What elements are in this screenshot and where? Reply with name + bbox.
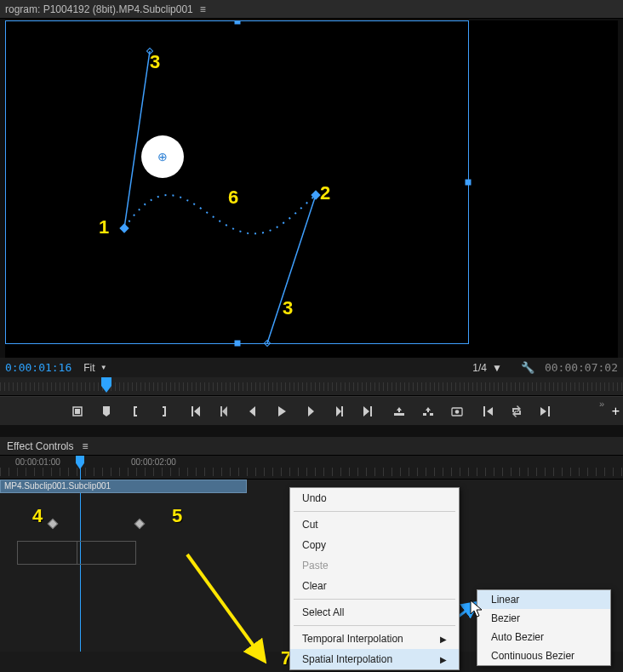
zoom-dropdown[interactable]: Fit ▼ <box>83 362 106 374</box>
resolution-label: 1/4 <box>472 362 487 374</box>
transform-handle-right[interactable] <box>466 180 472 186</box>
go-to-in-icon[interactable] <box>186 403 203 420</box>
lift-icon[interactable] <box>391 403 408 420</box>
chevron-down-icon: ▼ <box>100 364 107 371</box>
anchor-point-icon: ⊕ <box>157 150 168 164</box>
step-forward-icon[interactable] <box>331 403 348 420</box>
extract-icon[interactable] <box>420 403 437 420</box>
menu-separator <box>294 511 455 512</box>
spatial-interpolation-submenu[interactable]: Linear Bezier Auto Bezier Continuous Bez… <box>477 589 611 666</box>
go-next-edit-icon[interactable] <box>537 403 554 420</box>
panel-menu-icon[interactable]: ≡ <box>82 440 88 452</box>
frame-forward-icon[interactable] <box>302 403 319 420</box>
ruler-label-1: 00:00:01:00 <box>15 457 60 467</box>
svg-rect-3 <box>75 409 80 414</box>
submenu-arrow-icon: ▶ <box>440 655 447 664</box>
menu-undo[interactable]: Undo <box>290 488 459 508</box>
menu-separator <box>294 599 455 600</box>
mark-out-bracket-icon[interactable] <box>156 403 173 420</box>
chevron-down-icon: ▼ <box>492 362 502 374</box>
submenu-bezier[interactable]: Bezier <box>477 609 610 628</box>
value-graph <box>17 541 136 565</box>
submenu-arrow-icon: ▶ <box>440 635 447 644</box>
program-viewport[interactable]: ⊕ 1 2 3 3 6 <box>5 20 618 358</box>
resolution-dropdown[interactable]: 1/4 ▼ <box>472 362 502 374</box>
ruler-label-2: 00:00:02:00 <box>131 457 176 467</box>
ec-keyframe-5[interactable] <box>134 519 146 530</box>
menu-temporal-interpolation[interactable]: Temporal Interpolation▶ <box>290 629 459 649</box>
go-to-out-icon[interactable] <box>360 403 377 420</box>
current-timecode[interactable]: 0:00:01:16 <box>5 361 71 374</box>
menu-cut[interactable]: Cut <box>290 514 459 535</box>
submenu-continuous-bezier[interactable]: Continuous Bezier <box>477 646 610 665</box>
duration-timecode: 00:00:07:02 <box>545 361 618 374</box>
transform-handle-top[interactable] <box>234 20 240 25</box>
clip-name-label: MP4.Subclip001.Subclip001 <box>4 481 111 491</box>
submenu-auto-bezier[interactable]: Auto Bezier <box>477 628 610 646</box>
timecode-row: 0:00:01:16 Fit ▼ 1/4 ▼ 🔧 00:00:07:02 <box>0 358 623 377</box>
menu-separator <box>294 625 455 626</box>
effect-controls-tab[interactable]: Effect Controls ≡ <box>0 437 623 456</box>
panel-menu-icon[interactable]: ≡ <box>200 3 206 15</box>
transform-handle-bottom[interactable] <box>234 341 240 347</box>
go-prev-edit-icon[interactable] <box>479 403 496 420</box>
program-panel-title: rogram: P1004192 (8bit).MP4.Subclip001 <box>5 3 193 15</box>
transport-bar: » + <box>0 396 623 425</box>
overflow-icon[interactable]: » <box>599 399 604 409</box>
svg-point-5 <box>455 410 460 414</box>
context-menu[interactable]: Undo Cut Copy Paste Clear Select All Tem… <box>289 487 460 670</box>
ec-keyframe-4[interactable] <box>48 519 59 530</box>
add-marker-icon[interactable] <box>98 403 115 420</box>
play-icon[interactable] <box>273 403 290 420</box>
settings-wrench-icon[interactable]: 🔧 <box>521 361 534 374</box>
menu-copy[interactable]: Copy <box>290 535 459 555</box>
annotation-5: 5 <box>172 505 182 527</box>
annotation-4: 4 <box>32 505 43 527</box>
clip-object-circle[interactable]: ⊕ <box>141 135 184 178</box>
menu-spatial-interpolation[interactable]: Spatial Interpolation▶ <box>290 649 459 669</box>
frame-back-icon[interactable] <box>244 403 261 420</box>
step-back-icon[interactable] <box>215 403 232 420</box>
loop-icon[interactable] <box>508 403 525 420</box>
submenu-linear[interactable]: Linear <box>477 590 610 609</box>
program-viewport-wrap: ⊕ 1 2 3 3 6 <box>0 19 623 358</box>
menu-clear[interactable]: Clear <box>290 576 459 596</box>
program-ruler[interactable] <box>0 377 623 396</box>
program-panel-title-bar: rogram: P1004192 (8bit).MP4.Subclip001 ≡ <box>0 0 623 19</box>
menu-select-all[interactable]: Select All <box>290 602 459 623</box>
mark-in-bracket-icon[interactable] <box>127 403 144 420</box>
zoom-label: Fit <box>83 362 94 374</box>
mark-in-icon[interactable] <box>69 403 86 420</box>
effect-controls-label: Effect Controls <box>7 440 73 452</box>
transform-bounding-box[interactable] <box>5 20 469 344</box>
export-frame-icon[interactable] <box>449 403 466 420</box>
clip-header-bar[interactable]: MP4.Subclip001.Subclip001 <box>0 480 247 493</box>
menu-paste: Paste <box>290 555 459 576</box>
effect-controls-ruler[interactable]: 00:00:01:00 00:00:02:00 <box>0 456 623 480</box>
add-button-icon[interactable]: + <box>612 404 620 419</box>
